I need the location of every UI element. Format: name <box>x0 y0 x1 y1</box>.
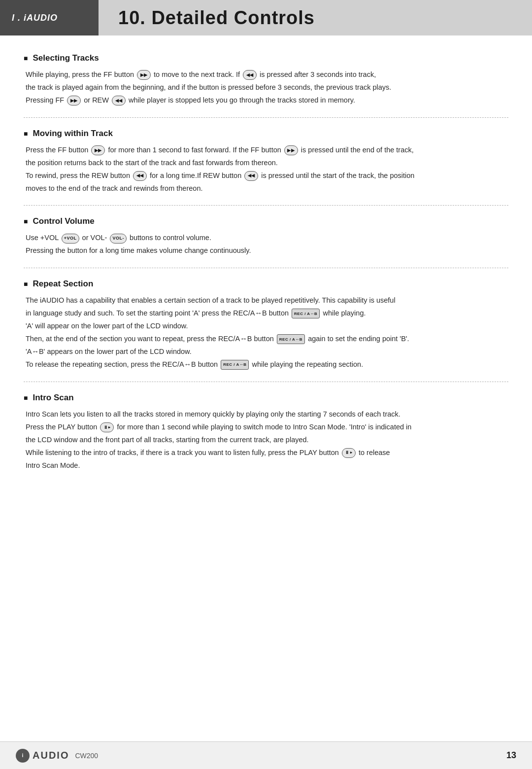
section-repeat-section: Repeat Section The iAUDIO has a capabili… <box>24 279 508 371</box>
header: I . iAUDIO 10. Detailed Controls <box>0 0 532 35</box>
paragraph: Pressing the button for a long time make… <box>26 245 508 257</box>
divider-2 <box>24 205 508 206</box>
footer: i AUDIO CW200 13 <box>0 741 532 769</box>
vol-minus-icon <box>110 234 127 244</box>
rec-ab-icon-1 <box>292 309 320 318</box>
paragraph: moves to the end of the track and rewind… <box>26 183 508 195</box>
paragraph: To rewind, press the REW button for a lo… <box>26 170 508 182</box>
paragraph: While playing, press the FF button to mo… <box>26 69 508 81</box>
header-title-area: 10. Detailed Controls <box>99 0 532 35</box>
section-title-selecting-tracks: Selecting Tracks <box>24 53 508 63</box>
footer-page-number: 13 <box>506 750 516 761</box>
rec-ab-icon-3 <box>221 360 249 370</box>
section-body-moving-within-track: Press the FF button for more than 1 seco… <box>24 144 508 195</box>
footer-model: CW200 <box>75 752 98 760</box>
paragraph: Press the PLAY button for more than 1 se… <box>26 421 508 433</box>
section-control-volume: Control Volume Use +VOL or VOL- buttons … <box>24 216 508 257</box>
paragraph: 'A↔B' appears on the lower part of the L… <box>26 346 508 358</box>
footer-logo: i AUDIO CW200 <box>16 749 98 763</box>
ff-button-icon-2 <box>67 96 81 105</box>
vol-plus-icon <box>62 234 79 244</box>
ff-button-icon-3 <box>91 145 105 155</box>
section-moving-within-track: Moving within Track Press the FF button … <box>24 129 508 195</box>
rew-button-icon-3 <box>133 171 147 181</box>
paragraph: The iAUDIO has a capability that enables… <box>26 295 508 307</box>
paragraph: Use +VOL or VOL- buttons to control volu… <box>26 232 508 244</box>
section-body-intro-scan: Intro Scan lets you listen to all the tr… <box>24 409 508 472</box>
section-body-control-volume: Use +VOL or VOL- buttons to control volu… <box>24 232 508 257</box>
rew-button-icon-2 <box>112 96 126 105</box>
footer-audio-text: AUDIO <box>33 750 69 761</box>
paragraph: Intro Scan Mode. <box>26 460 508 472</box>
rew-button-icon-4 <box>244 171 258 181</box>
header-brand-area: I . iAUDIO <box>0 0 99 35</box>
paragraph: the position returns back to the start o… <box>26 157 508 169</box>
rew-button-icon <box>243 70 257 80</box>
play-button-icon-1 <box>100 422 114 432</box>
paragraph: Pressing FF or REW while player is stopp… <box>26 95 508 106</box>
paragraph: in language study and such. To set the s… <box>26 308 508 319</box>
section-body-selecting-tracks: While playing, press the FF button to mo… <box>24 69 508 106</box>
paragraph: While listening to the intro of tracks, … <box>26 447 508 459</box>
section-title-control-volume: Control Volume <box>24 216 508 226</box>
play-button-icon-2 <box>342 448 356 458</box>
brand-text: I . iAUDIO <box>12 13 58 23</box>
paragraph: Press the FF button for more than 1 seco… <box>26 144 508 156</box>
ff-button-icon-4 <box>284 145 298 155</box>
main-content: Selecting Tracks While playing, press th… <box>0 35 532 741</box>
section-body-repeat-section: The iAUDIO has a capability that enables… <box>24 295 508 371</box>
footer-logo-text: AUDIO <box>33 750 69 761</box>
divider-1 <box>24 117 508 118</box>
section-title-intro-scan: Intro Scan <box>24 393 508 403</box>
paragraph: Then, at the end of the section you want… <box>26 333 508 345</box>
page-title: 10. Detailed Controls <box>118 7 315 29</box>
paragraph: the track is played again from the begin… <box>26 82 508 94</box>
paragraph: Intro Scan lets you listen to all the tr… <box>26 409 508 420</box>
paragraph: To release the repeating section, press … <box>26 359 508 371</box>
paragraph: 'A' will appear on the lower part of the… <box>26 320 508 332</box>
section-selecting-tracks: Selecting Tracks While playing, press th… <box>24 53 508 106</box>
section-title-moving-within-track: Moving within Track <box>24 129 508 139</box>
footer-logo-icon: i <box>16 749 30 763</box>
divider-3 <box>24 268 508 268</box>
ff-button-icon <box>137 70 151 80</box>
divider-4 <box>24 382 508 382</box>
section-intro-scan: Intro Scan Intro Scan lets you listen to… <box>24 393 508 472</box>
paragraph: the LCD window and the front part of all… <box>26 434 508 446</box>
section-title-repeat-section: Repeat Section <box>24 279 508 289</box>
rec-ab-icon-2 <box>277 334 305 344</box>
